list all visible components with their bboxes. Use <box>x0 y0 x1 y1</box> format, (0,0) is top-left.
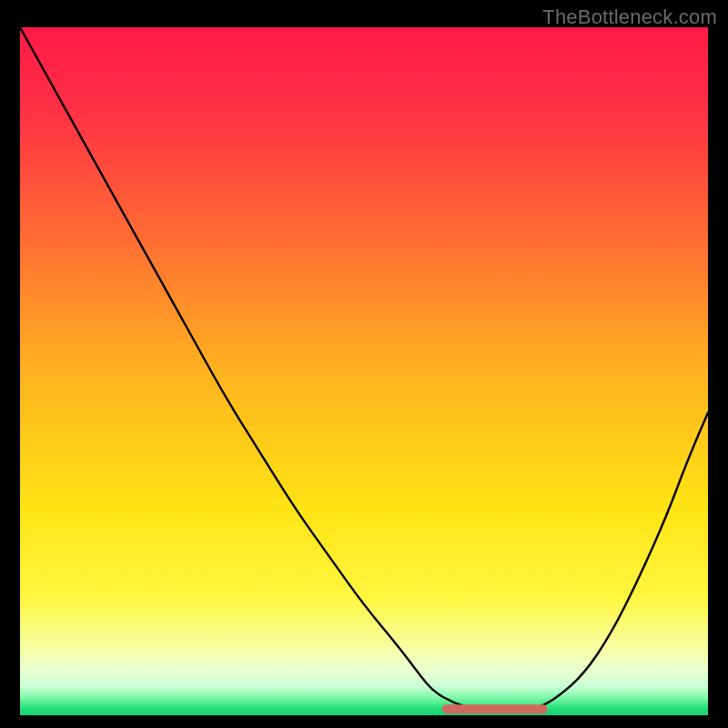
gradient-background <box>20 27 708 715</box>
plot-area <box>20 27 708 715</box>
watermark-text: TheBottleneck.com <box>542 5 717 29</box>
chart-svg <box>20 27 708 715</box>
chart-stage: TheBottleneck.com <box>0 0 728 728</box>
